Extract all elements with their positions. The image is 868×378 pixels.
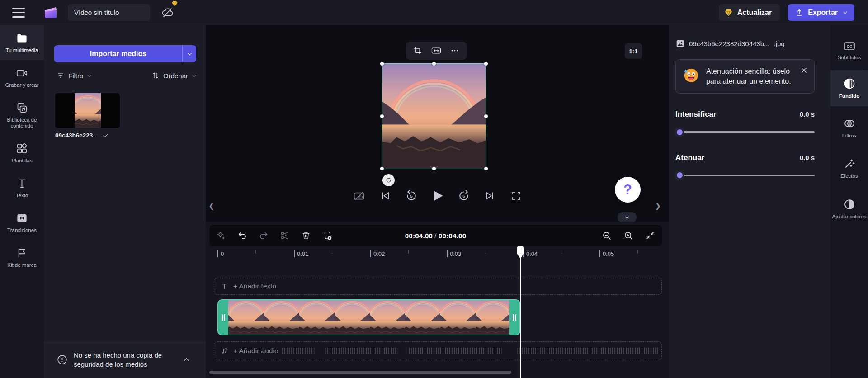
backup-warning-bar[interactable]: No se ha hecho una copia de seguridad de… bbox=[44, 342, 206, 378]
media-item-thumbnail[interactable] bbox=[55, 93, 120, 128]
clip-frame-thumbnail bbox=[476, 300, 509, 335]
tab-fade[interactable]: Fundido bbox=[830, 70, 868, 106]
sidebar-item-text[interactable]: Texto bbox=[0, 170, 44, 205]
media-item-row[interactable]: 09c43b6e223... bbox=[55, 132, 109, 139]
fade-tip-card: Atenuación sencilla: úselo para atenuar … bbox=[675, 59, 815, 94]
sidebar-item-your-media[interactable]: Tu multimedia bbox=[0, 25, 44, 60]
sidebar-item-label: Transiciones bbox=[7, 227, 37, 234]
skip-to-end-button[interactable] bbox=[482, 188, 498, 203]
aspect-ratio-badge[interactable]: 1:1 bbox=[625, 43, 642, 59]
undo-button[interactable] bbox=[237, 230, 248, 241]
export-button[interactable]: Exportar bbox=[788, 4, 854, 21]
help-glyph: ? bbox=[623, 182, 632, 198]
ruler-label: 0:03 bbox=[450, 250, 461, 257]
zoom-in-icon bbox=[623, 231, 634, 241]
video-canvas[interactable] bbox=[382, 64, 486, 169]
audio-waveform bbox=[282, 348, 658, 354]
upgrade-button[interactable]: Actualizar bbox=[719, 4, 780, 21]
sidebar-item-content-library[interactable]: Biblioteca de contenido bbox=[0, 95, 44, 136]
duplicate-button[interactable] bbox=[322, 230, 333, 241]
check-icon bbox=[102, 132, 109, 139]
picture-in-picture-off-icon bbox=[353, 190, 365, 202]
video-clip[interactable] bbox=[217, 299, 520, 335]
skip-end-icon bbox=[484, 190, 496, 202]
clipchamp-logo-icon[interactable] bbox=[42, 5, 59, 21]
tab-captions[interactable]: CC Subtítulos bbox=[830, 25, 868, 68]
timecode-current: 00:04.00 bbox=[405, 232, 433, 240]
tab-adjust-colors[interactable]: Ajustar colores bbox=[830, 191, 868, 227]
help-button[interactable]: ? bbox=[615, 177, 641, 203]
sidebar-item-transitions[interactable]: Transiciones bbox=[0, 205, 44, 240]
filter-dropdown[interactable]: Filtro bbox=[57, 71, 92, 80]
folder-icon bbox=[16, 32, 28, 44]
resize-handle[interactable] bbox=[380, 114, 384, 118]
fullscreen-button[interactable] bbox=[509, 188, 524, 203]
resize-handle[interactable] bbox=[484, 114, 488, 118]
skip-to-start-button[interactable] bbox=[377, 188, 393, 203]
resize-handle[interactable] bbox=[380, 62, 384, 66]
pip-disabled-button[interactable] bbox=[351, 188, 367, 203]
zoom-out-button[interactable] bbox=[601, 230, 612, 241]
sidebar-item-brand-kit[interactable]: Kit de marca bbox=[0, 240, 44, 275]
sidebar-item-record-create[interactable]: Grabar y crear bbox=[0, 60, 44, 95]
resize-handle[interactable] bbox=[484, 62, 488, 66]
add-audio-label: + Añadir audio bbox=[233, 347, 278, 355]
rotate-handle[interactable] bbox=[382, 174, 395, 186]
svg-text:5: 5 bbox=[410, 194, 413, 198]
fade-out-slider[interactable] bbox=[675, 175, 815, 177]
delete-button[interactable] bbox=[301, 230, 311, 241]
import-media-options-button[interactable] bbox=[182, 45, 196, 62]
more-options-button[interactable] bbox=[447, 43, 462, 58]
rewind-5s-button[interactable]: 5 bbox=[404, 188, 419, 203]
timeline: 00:04.00/00:04.00 00:010:020:030:040:05 … bbox=[206, 222, 669, 378]
import-media-button[interactable]: Importar medios bbox=[54, 45, 182, 62]
topbar: Actualizar Exportar bbox=[0, 0, 868, 25]
svg-text:5: 5 bbox=[462, 194, 465, 198]
fade-in-slider[interactable] bbox=[675, 131, 815, 133]
clip-trim-handle-left[interactable] bbox=[218, 300, 228, 335]
forward-5s-button[interactable]: 5 bbox=[456, 188, 472, 203]
tab-filters[interactable]: Filtros bbox=[830, 110, 868, 146]
clip-trim-handle-right[interactable] bbox=[509, 300, 519, 335]
resize-handle[interactable] bbox=[484, 167, 488, 170]
fade-in-slider-thumb[interactable] bbox=[675, 127, 684, 137]
preview-area: 1:1 ❮ ❯ 5 5 bbox=[206, 25, 669, 222]
add-text-track[interactable]: + Añadir texto bbox=[214, 278, 662, 295]
divider bbox=[835, 69, 863, 69]
sort-dropdown[interactable]: Ordenar bbox=[151, 71, 197, 80]
playhead[interactable] bbox=[520, 246, 521, 378]
sort-icon bbox=[151, 71, 160, 80]
collapse-properties-chevron[interactable] bbox=[618, 212, 637, 222]
resize-handle[interactable] bbox=[432, 62, 436, 66]
split-button[interactable] bbox=[279, 230, 290, 241]
resize-handle[interactable] bbox=[380, 167, 384, 170]
timeline-scrollbar[interactable] bbox=[209, 371, 511, 374]
menu-button[interactable] bbox=[11, 7, 26, 19]
clip-frame-thumbnail bbox=[299, 300, 334, 335]
dismiss-tip-button[interactable] bbox=[799, 65, 809, 75]
timeline-ruler[interactable]: 00:010:020:030:040:05 bbox=[206, 246, 662, 266]
minimize-timeline-button[interactable] bbox=[645, 230, 656, 241]
fade-out-slider-thumb[interactable] bbox=[675, 170, 684, 180]
redo-button[interactable] bbox=[258, 230, 269, 241]
asset-extension: .jpg bbox=[774, 40, 785, 47]
backup-warning-text: No se ha hecho una copia de seguridad de… bbox=[74, 351, 177, 369]
ruler-label: 0:04 bbox=[526, 250, 538, 257]
tab-effects[interactable]: Efectos bbox=[830, 150, 868, 186]
resize-handle[interactable] bbox=[432, 167, 436, 170]
add-audio-track[interactable]: + Añadir audio bbox=[214, 341, 662, 360]
project-title-input[interactable] bbox=[68, 9, 150, 16]
filter-label: Filtro bbox=[68, 72, 83, 80]
suggestions-button[interactable] bbox=[216, 230, 226, 241]
crop-button[interactable] bbox=[410, 43, 425, 58]
sidebar-item-label: Kit de marca bbox=[7, 262, 37, 269]
upgrade-label: Actualizar bbox=[737, 9, 772, 17]
backup-status-button[interactable] bbox=[158, 4, 176, 22]
sidebar-item-label: Tu multimedia bbox=[6, 47, 38, 54]
play-button[interactable] bbox=[430, 188, 445, 203]
zoom-in-button[interactable] bbox=[623, 230, 634, 241]
duplicate-icon bbox=[322, 230, 333, 241]
fit-button[interactable] bbox=[429, 43, 444, 58]
sidebar-item-templates[interactable]: Plantillas bbox=[0, 136, 44, 170]
tab-label: Fundido bbox=[839, 93, 859, 99]
